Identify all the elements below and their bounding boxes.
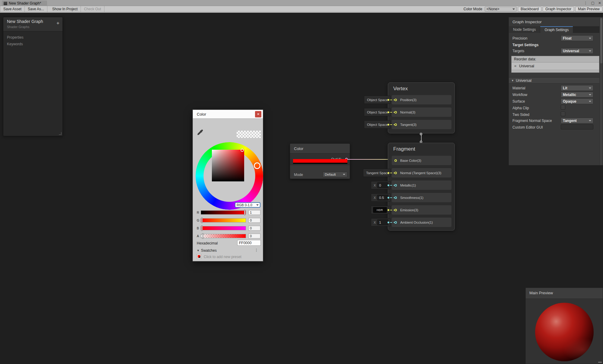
custom-editor-gui-field[interactable] bbox=[561, 124, 593, 129]
swatches-menu-icon[interactable]: ⋮ bbox=[254, 248, 259, 252]
alpha-slider[interactable] bbox=[201, 234, 246, 238]
tangent-port[interactable] bbox=[394, 123, 397, 126]
hexadecimal-label: Hexadecimal bbox=[197, 241, 218, 245]
blackboard-section-properties[interactable]: Properties bbox=[7, 35, 24, 40]
normal-space-dropdown[interactable]: Object Space bbox=[364, 108, 391, 116]
green-slider-handle[interactable] bbox=[201, 218, 203, 223]
main-preview-toggle-button[interactable]: Main Preview bbox=[575, 7, 602, 12]
save-as-button[interactable]: Save As... bbox=[25, 6, 47, 12]
alpha-clip-checkbox[interactable] bbox=[561, 105, 565, 110]
material-dropdown[interactable]: Lit bbox=[561, 85, 593, 91]
position-port[interactable] bbox=[394, 99, 397, 101]
add-preset-hint[interactable]: Click to add new preset bbox=[204, 255, 241, 259]
fragment-node[interactable]: Fragment Base Color(3) Tangent Space Nor… bbox=[388, 143, 455, 231]
color-node-swatch[interactable] bbox=[293, 159, 347, 164]
color-picker-close-button[interactable]: ✕ bbox=[255, 111, 261, 117]
add-property-button[interactable]: + bbox=[56, 21, 59, 26]
sv-cursor[interactable] bbox=[241, 148, 244, 152]
fragment-port-row-normal[interactable]: Tangent Space Normal (Tangent Space)(3) bbox=[392, 168, 451, 177]
normal-tangent-port[interactable] bbox=[394, 172, 397, 174]
surface-dropdown[interactable]: Opaque bbox=[561, 98, 593, 104]
hexadecimal-input[interactable] bbox=[237, 240, 261, 246]
blue-value-input[interactable] bbox=[248, 226, 260, 231]
document-tab-title: New Shader Graph* bbox=[9, 1, 41, 5]
fragment-port-row-metallic[interactable]: X 0 Metallic(1) bbox=[392, 180, 451, 190]
ao-port[interactable] bbox=[394, 221, 397, 224]
color-mode-dropdown[interactable]: <None> bbox=[485, 7, 517, 11]
red-slider[interactable] bbox=[201, 210, 246, 215]
two-sided-checkbox[interactable] bbox=[561, 112, 565, 116]
ao-value-field[interactable]: 1 bbox=[377, 219, 388, 225]
fragment-port-row-emission[interactable]: HDR Emission(3) bbox=[392, 205, 451, 215]
saturation-value-square[interactable] bbox=[212, 150, 244, 181]
alpha-value-input[interactable] bbox=[248, 234, 260, 238]
red-value-input[interactable] bbox=[248, 210, 260, 215]
tab-graph-settings[interactable]: Graph Settings bbox=[540, 26, 573, 33]
blackboard-resize-handle[interactable] bbox=[59, 132, 62, 135]
vertex-node[interactable]: Vertex Object Space Position(3) Object S… bbox=[388, 82, 455, 133]
vertex-port-row-normal[interactable]: Object Space Normal(3) bbox=[392, 107, 451, 117]
hdr-color-field[interactable]: HDR bbox=[373, 207, 387, 213]
base-color-port[interactable] bbox=[394, 159, 397, 162]
drag-handle-icon[interactable]: = bbox=[514, 64, 516, 68]
vertex-port-row-tangent[interactable]: Object Space Tangent(3) bbox=[392, 120, 451, 129]
eyedropper-icon[interactable] bbox=[196, 129, 204, 136]
normal-space-stub[interactable]: Tangent Space bbox=[363, 169, 391, 177]
targets-dropdown[interactable]: Universal bbox=[561, 48, 593, 54]
blackboard-subtitle: Shader Graphs bbox=[7, 25, 30, 29]
tab-node-settings[interactable]: Node Settings bbox=[509, 26, 540, 33]
color-picker-titlebar[interactable]: Color ✕ bbox=[193, 110, 263, 119]
save-asset-button[interactable]: Save Asset bbox=[0, 6, 25, 12]
tangent-space-dropdown[interactable]: Object Space bbox=[364, 120, 391, 129]
blue-slider[interactable] bbox=[201, 226, 246, 230]
smoothness-port[interactable] bbox=[394, 196, 397, 199]
show-in-project-button[interactable]: Show In Project bbox=[49, 6, 81, 12]
graph-inspector-title: Graph Inspector bbox=[512, 20, 542, 24]
workflow-dropdown[interactable]: Metallic bbox=[561, 92, 593, 97]
blue-slider-handle[interactable] bbox=[201, 225, 203, 231]
precision-dropdown[interactable]: Float bbox=[561, 35, 593, 41]
vertex-port-row-position[interactable]: Object Space Position(3) bbox=[392, 95, 451, 104]
universal-foldout[interactable]: ▼ Universal bbox=[509, 77, 603, 84]
color-node-mode-dropdown[interactable]: Default bbox=[323, 172, 347, 177]
fragment-port-row-basecolor[interactable]: Base Color(3) bbox=[392, 156, 451, 165]
emission-color-input[interactable]: HDR bbox=[371, 206, 391, 214]
smoothness-value-field[interactable]: 0.5 bbox=[377, 195, 388, 200]
metallic-port[interactable] bbox=[394, 184, 397, 187]
add-preset-swatch-icon[interactable] bbox=[197, 254, 201, 259]
main-preview-header[interactable]: Main Preview bbox=[526, 288, 603, 299]
window-close-icon[interactable]: ✕ bbox=[598, 0, 601, 6]
metallic-value-field[interactable]: 0 bbox=[377, 182, 388, 188]
alpha-slider-handle[interactable] bbox=[202, 233, 203, 239]
green-slider[interactable] bbox=[201, 218, 246, 222]
graph-inspector-toggle-button[interactable]: Graph Inspector bbox=[543, 7, 574, 12]
metallic-input[interactable]: X 0 bbox=[371, 181, 391, 189]
reorder-item-universal[interactable]: = Universal bbox=[512, 62, 599, 70]
red-slider-handle[interactable] bbox=[244, 210, 245, 215]
emission-port[interactable] bbox=[394, 209, 397, 211]
inspector-scrollbar-thumb[interactable] bbox=[600, 18, 602, 63]
blackboard-section-keywords[interactable]: Keywords bbox=[7, 42, 23, 46]
green-value-input[interactable] bbox=[248, 218, 260, 223]
preview-sphere[interactable] bbox=[535, 303, 594, 361]
normal-port[interactable] bbox=[394, 111, 397, 113]
color-node[interactable]: Color Out(4) Mode Default bbox=[290, 143, 350, 179]
window-maximize-icon[interactable]: ▢ bbox=[591, 0, 595, 6]
ao-input[interactable]: X 1 bbox=[371, 218, 391, 226]
hue-cursor[interactable] bbox=[254, 162, 260, 169]
connector-top-circle[interactable] bbox=[420, 133, 422, 135]
smoothness-input[interactable]: X 0.5 bbox=[371, 193, 391, 202]
position-space-dropdown[interactable]: Object Space bbox=[364, 96, 391, 104]
material-value: Lit bbox=[563, 86, 567, 90]
fragment-port-row-smoothness[interactable]: X 0.5 Smoothness(1) bbox=[392, 193, 451, 202]
color-mode-select[interactable]: RGB 0-1.0 bbox=[235, 202, 260, 208]
window-menu-icon[interactable]: ⋮ bbox=[584, 0, 588, 6]
blackboard-toggle-button[interactable]: Blackboard bbox=[518, 7, 541, 12]
inspector-scrollbar[interactable] bbox=[599, 17, 603, 165]
document-tab[interactable]: New Shader Graph* bbox=[2, 1, 47, 6]
swatches-foldout[interactable]: ▼ Swatches bbox=[197, 248, 217, 253]
fragment-port-row-ao[interactable]: X 1 Ambient Occlusion(1) bbox=[392, 218, 451, 227]
preview-resize-handle[interactable] bbox=[598, 362, 602, 362]
fragment-normal-space-dropdown[interactable]: Tangent bbox=[561, 118, 593, 123]
precision-label: Precision bbox=[512, 36, 527, 40]
